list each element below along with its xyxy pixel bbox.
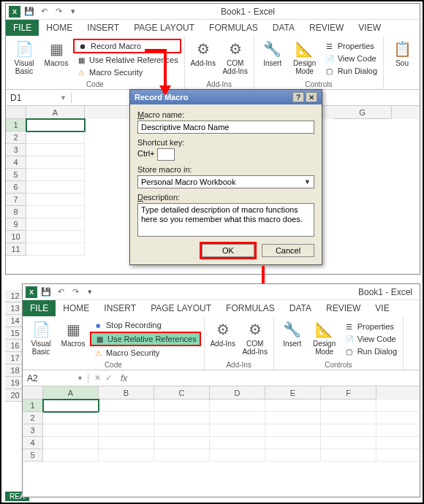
macro-name-input[interactable]: Descriptive Macro Name	[137, 121, 314, 134]
col-header[interactable]: F	[321, 386, 376, 400]
cell[interactable]	[26, 144, 85, 156]
shortcut-key-input[interactable]	[157, 148, 175, 161]
dialog-help-button[interactable]: ?	[292, 92, 304, 102]
cell[interactable]	[26, 156, 85, 169]
cell[interactable]	[99, 449, 154, 462]
cancel-entry-icon[interactable]: ✕	[94, 373, 101, 383]
insert-control-button[interactable]: 🔧Insert	[277, 318, 308, 360]
tab-insert[interactable]: INSERT	[96, 300, 143, 316]
row-header[interactable]: 3	[23, 424, 43, 437]
addins-button[interactable]: ⚙Add-Ins	[208, 318, 238, 360]
tab-insert[interactable]: INSERT	[80, 20, 126, 36]
cell[interactable]	[26, 218, 85, 231]
col-header[interactable]: E	[265, 386, 321, 400]
row-header[interactable]: 5	[6, 169, 26, 181]
row-header[interactable]: 6	[6, 181, 26, 194]
cell[interactable]	[43, 449, 99, 462]
cell[interactable]	[321, 449, 376, 462]
select-all-corner[interactable]	[23, 386, 43, 400]
qat-dropdown-icon[interactable]: ▾	[84, 286, 96, 298]
cell[interactable]	[265, 437, 321, 449]
row-header[interactable]: 4	[6, 156, 26, 169]
row-header[interactable]: 2	[6, 131, 26, 144]
dialog-close-button[interactable]: ✕	[306, 92, 317, 102]
cell[interactable]	[99, 400, 154, 412]
row-header[interactable]: 10	[6, 231, 26, 243]
properties-button[interactable]: ☰Properties	[341, 321, 400, 332]
row-header[interactable]: 4	[23, 437, 43, 449]
macros-button[interactable]: ▦Macros	[58, 318, 88, 360]
cell[interactable]	[154, 400, 210, 412]
cell[interactable]	[26, 206, 85, 218]
tab-home[interactable]: HOME	[56, 300, 96, 316]
description-input[interactable]: Type detailed description of macro funct…	[137, 203, 314, 237]
cell[interactable]	[99, 424, 154, 437]
qat-dropdown-icon[interactable]: ▾	[67, 6, 79, 18]
row-header[interactable]: 2	[23, 412, 43, 424]
tab-file[interactable]: FILE	[23, 300, 56, 316]
row-header[interactable]: 5	[23, 449, 43, 462]
cell[interactable]	[26, 181, 85, 194]
cell[interactable]	[265, 449, 321, 462]
cell[interactable]	[210, 437, 265, 449]
cell[interactable]	[321, 412, 376, 424]
row-header[interactable]: 1	[6, 119, 26, 131]
cell[interactable]	[321, 400, 376, 412]
com-addins-button[interactable]: ⚙COM Add-Ins	[240, 318, 270, 360]
row-header[interactable]: 1	[23, 400, 43, 412]
use-relative-refs-button[interactable]: ▦Use Relative References	[73, 54, 181, 66]
cell[interactable]	[43, 424, 99, 437]
save-icon[interactable]: 💾	[40, 286, 52, 298]
cell[interactable]	[376, 412, 420, 424]
cancel-button[interactable]: Cancel	[262, 244, 314, 257]
col-header[interactable]: A	[43, 386, 99, 400]
cell[interactable]	[26, 169, 85, 181]
cell[interactable]	[26, 131, 85, 144]
undo-icon[interactable]: ↶	[55, 286, 67, 298]
record-macro-button[interactable]: ⏺Record Macro	[73, 39, 181, 53]
cell[interactable]	[154, 449, 210, 462]
cell[interactable]	[99, 412, 154, 424]
cell[interactable]	[26, 119, 85, 131]
cell[interactable]	[43, 400, 99, 412]
row-header[interactable]: 3	[6, 144, 26, 156]
row-header[interactable]: 7	[6, 194, 26, 206]
cell[interactable]	[376, 449, 420, 462]
cell[interactable]	[376, 437, 420, 449]
cell[interactable]	[321, 424, 376, 437]
store-in-combo[interactable]: Personal Macro Workbook▼	[137, 175, 314, 188]
col-header[interactable]: B	[99, 386, 154, 400]
row-header[interactable]: 11	[6, 243, 26, 256]
use-relative-refs-button[interactable]: ▦Use Relative References	[90, 332, 201, 346]
row-header[interactable]: 9	[6, 218, 26, 231]
cell[interactable]	[43, 412, 99, 424]
tab-file[interactable]: FILE	[6, 20, 39, 36]
redo-icon[interactable]: ↷	[53, 6, 64, 18]
stop-recording-button[interactable]: ■Stop Recording	[90, 319, 201, 331]
col-header[interactable]: D	[210, 386, 265, 400]
cell[interactable]	[43, 437, 99, 449]
tab-page-layout[interactable]: PAGE LAYOUT	[143, 300, 219, 316]
cell[interactable]	[99, 437, 154, 449]
col-header[interactable]: G	[333, 106, 392, 119]
tab-page-layout[interactable]: PAGE LAYOUT	[126, 20, 202, 36]
view-code-button[interactable]: 📄View Code	[341, 333, 400, 345]
cell[interactable]	[321, 437, 376, 449]
tab-review[interactable]: REVIEW	[319, 300, 368, 316]
addins-button[interactable]: ⚙Add-Ins	[188, 37, 219, 80]
col-header[interactable]: C	[154, 386, 210, 400]
run-dialog-button[interactable]: ▢Run Dialog	[341, 345, 400, 357]
cell[interactable]	[265, 424, 321, 437]
cell[interactable]	[26, 194, 85, 206]
tab-data[interactable]: DATA	[282, 300, 319, 316]
tab-formulas[interactable]: FORMULAS	[219, 300, 282, 316]
select-all-corner[interactable]	[6, 106, 26, 119]
tab-view[interactable]: VIE	[368, 300, 396, 316]
cell[interactable]	[154, 437, 210, 449]
cell[interactable]	[26, 243, 85, 256]
tab-formulas[interactable]: FORMULAS	[202, 20, 265, 36]
com-addins-button[interactable]: ⚙COM Add-Ins	[220, 37, 251, 80]
tab-review[interactable]: REVIEW	[302, 20, 351, 36]
cell[interactable]	[154, 412, 210, 424]
name-box[interactable]: A2▼	[23, 373, 88, 383]
